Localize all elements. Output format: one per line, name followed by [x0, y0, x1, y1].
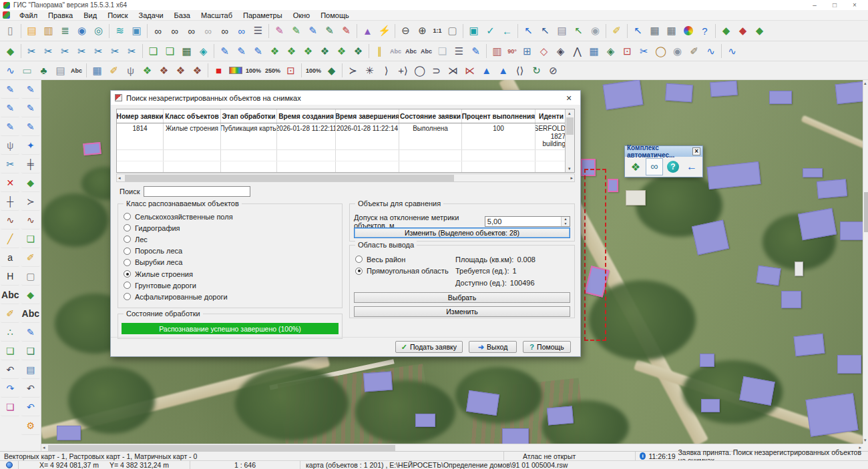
group-stack-1-icon[interactable]: ❖ — [266, 43, 283, 59]
objects-line-icon[interactable]: ❖ — [156, 63, 172, 79]
menu-item-5[interactable]: Задачи — [134, 11, 169, 20]
help-button[interactable]: ?Помощь — [523, 341, 571, 353]
table-scroll-down-icon[interactable]: ▾ — [568, 165, 571, 172]
tolerance-spin-buttons[interactable]: ▲▼ — [561, 217, 570, 226]
cut-with-scissors-icon[interactable]: ✂ — [1, 155, 19, 173]
apply-selection-icon[interactable]: ✓ — [482, 23, 499, 39]
tolerance-spinner[interactable]: 5,00 ▲▼ — [485, 216, 570, 227]
column-header[interactable]: Процент выполнения — [462, 109, 535, 123]
step-object-icon[interactable]: ❏ — [1, 342, 19, 360]
hatch-line-icon[interactable]: ∥ — [371, 43, 388, 59]
table-cell[interactable]: USERFOLD 1827 building — [535, 123, 565, 149]
table-scroll-left-icon[interactable]: ◂ — [118, 174, 121, 181]
text-object-icon[interactable]: Abc — [403, 43, 419, 59]
draw-rect-icon[interactable]: ▭ — [19, 63, 35, 79]
selection-rectangle[interactable] — [584, 169, 606, 341]
zoom-in-icon[interactable]: ⊕ — [414, 23, 431, 39]
group-stack-6-icon[interactable]: ❖ — [350, 43, 367, 59]
class-radio-6[interactable] — [124, 270, 131, 278]
print-setup-icon[interactable]: ▦ — [663, 23, 680, 39]
class-radio-2[interactable] — [124, 224, 131, 231]
class-radio-7[interactable] — [124, 282, 131, 289]
redo-icon[interactable]: ↷ — [1, 379, 19, 398]
map-hscroll-thumb[interactable] — [48, 445, 395, 451]
dialog-close-icon[interactable]: × — [562, 93, 576, 103]
view-3d-icon[interactable]: ▲ — [359, 23, 376, 39]
change-selection-button[interactable]: Изменить (Выделено объектов: 28) — [354, 227, 570, 238]
column-header[interactable]: Время создания — [277, 109, 336, 123]
undo-alt-icon[interactable]: ↶ — [21, 379, 40, 398]
frame-cross-icon[interactable]: ⊡ — [619, 43, 636, 59]
map-pair-icon[interactable]: ❏ — [21, 342, 40, 360]
edit-list-icon[interactable]: ☰ — [451, 43, 467, 59]
peaks-icon[interactable]: ⋀ — [569, 43, 586, 59]
table-vertical-scrollbar[interactable]: ▴ ▾ — [565, 109, 574, 172]
object-card-icon[interactable]: ▤ — [554, 23, 570, 39]
draw-ok-icon[interactable]: ✎ — [250, 43, 266, 59]
world-view-icon[interactable]: ◉ — [587, 23, 604, 39]
find-more-icon[interactable]: ∞ — [183, 23, 200, 39]
node-ring-icon[interactable]: ◯ — [411, 63, 428, 79]
raster-file-icon[interactable]: ▤ — [52, 63, 69, 79]
menu-item-9[interactable]: Окно — [288, 11, 316, 20]
edit-query-icon[interactable]: ✎ — [1, 117, 19, 136]
select-area-icon[interactable]: ✎ — [321, 23, 338, 39]
node-null-icon[interactable]: ⊘ — [545, 63, 562, 79]
undo-icon[interactable]: ↶ — [1, 360, 19, 379]
column-header[interactable]: Время завершения — [336, 109, 399, 123]
map-scale[interactable]: 1 : 646 — [190, 461, 300, 469]
table-hscroll-thumb[interactable] — [125, 175, 454, 181]
scissors-cut-icon[interactable]: ✂ — [23, 43, 40, 59]
select-frame-icon[interactable]: ▢ — [444, 23, 461, 39]
objects-down-icon[interactable]: ❖ — [172, 63, 189, 79]
select-polygon-icon[interactable]: ✎ — [271, 23, 288, 39]
torch2-icon[interactable]: ✐ — [21, 248, 40, 267]
edit-curve2-icon[interactable]: ✎ — [21, 99, 40, 117]
group-stack-5-icon[interactable]: ❖ — [333, 43, 350, 59]
scale-1-1-icon[interactable]: 1:1 — [431, 23, 444, 39]
grid-fill-icon[interactable]: ▦ — [586, 43, 602, 59]
main-cursor-icon[interactable]: ↖ — [630, 23, 646, 39]
change-area-button[interactable]: Изменить — [354, 306, 570, 317]
floating-panel-close-icon[interactable]: × — [692, 147, 700, 155]
tolerance-value[interactable]: 5,00 — [485, 217, 561, 226]
paint-jar-icon[interactable]: ψ — [1, 136, 19, 155]
diamond-outline-icon[interactable]: ◇ — [535, 43, 552, 59]
axis-cross-icon[interactable]: ┼ — [1, 192, 19, 211]
node-rotate-icon[interactable]: ↻ — [528, 63, 545, 79]
menu-item-3[interactable]: Вид — [78, 11, 102, 20]
open-map-icon[interactable]: ▤ — [23, 23, 40, 39]
redo-alt-icon[interactable]: ↶ — [21, 398, 40, 416]
text-strike-icon[interactable]: Abc — [388, 43, 403, 59]
edit-line-icon[interactable]: ✎ — [1, 80, 19, 99]
arrow-chain-icon[interactable]: ≻ — [21, 192, 40, 211]
select-add-icon[interactable]: ✎ — [304, 23, 321, 39]
diamond-turn-icon[interactable]: ◆ — [21, 286, 40, 304]
auto-recognition-map-icon[interactable]: ❖ — [627, 158, 644, 175]
move-fragment-icon[interactable]: ❏ — [162, 43, 178, 59]
text-abc2-icon[interactable]: Abc — [21, 304, 40, 323]
search-input[interactable] — [144, 186, 250, 197]
floating-panel-titlebar[interactable]: Комплекс автоматичес... × — [625, 146, 702, 157]
scroll-up-icon[interactable]: ▴ — [864, 80, 867, 87]
net-sphere-icon[interactable]: ◉ — [669, 43, 686, 59]
object-card2-icon[interactable]: ❏ — [21, 229, 40, 248]
style-brushes-icon[interactable]: ψ — [122, 63, 139, 79]
node-mark-icon[interactable]: ⋉ — [461, 63, 478, 79]
node-cross-icon[interactable]: ✳ — [361, 63, 378, 79]
open-database-icon[interactable]: ≣ — [57, 23, 73, 39]
panel-exit-icon[interactable]: ← — [683, 158, 700, 175]
draw-line-icon[interactable]: ✎ — [216, 43, 233, 59]
scissors-part-icon[interactable]: ✂ — [90, 43, 107, 59]
table-cell[interactable]: Публикация карты — [221, 123, 277, 149]
step-back-icon[interactable]: ← — [499, 23, 515, 39]
select-apply-icon[interactable]: ✎ — [288, 23, 304, 39]
open-site-map-icon[interactable]: ▥ — [40, 23, 57, 39]
column-header[interactable]: Класс объектов — [164, 109, 221, 123]
node-close-icon[interactable]: ⋊ — [445, 63, 461, 79]
print-map-icon[interactable]: ▦ — [646, 23, 663, 39]
table-edit-icon[interactable]: ▦ — [89, 63, 105, 79]
close-button[interactable]: × — [845, 0, 865, 10]
opacity-250-icon[interactable]: 250% — [263, 63, 282, 79]
curve-points-icon[interactable]: ∿ — [21, 211, 40, 229]
